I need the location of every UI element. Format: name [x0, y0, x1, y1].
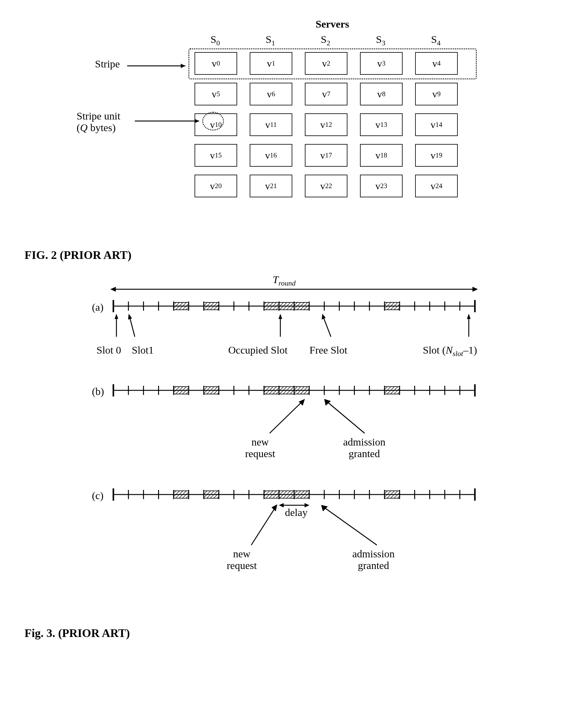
stripe-cell: v13	[360, 113, 403, 136]
svg-marker-6	[472, 287, 478, 292]
stripe-label: Stripe	[95, 58, 120, 70]
stripe-unit-label: Stripe unit (Q bytes)	[77, 110, 120, 134]
stripe-cell: v1	[250, 52, 292, 75]
svg-rect-94	[384, 491, 400, 498]
col-header: S2	[305, 34, 346, 47]
col-header: S3	[360, 34, 401, 47]
svg-rect-52	[174, 387, 189, 394]
stripe-cell: v11	[250, 113, 292, 136]
stripe-cell: v15	[195, 144, 237, 167]
col-header: S0	[195, 34, 236, 47]
svg-rect-54	[264, 387, 279, 394]
svg-line-125	[323, 507, 377, 545]
stripe-cell: v0	[195, 52, 237, 75]
svg-marker-49	[467, 314, 470, 319]
svg-line-42	[129, 317, 135, 337]
stripe-cell: v19	[415, 144, 458, 167]
svg-marker-5	[110, 287, 116, 292]
svg-rect-12	[279, 302, 294, 310]
stripe-cell: v5	[195, 83, 237, 106]
fig3-diagram: Tround (a) Slot 0 Slot1 Occupied Slot Fr…	[25, 274, 551, 611]
servers-title: Servers	[316, 19, 349, 30]
stripe-cell: v17	[305, 144, 347, 167]
row-c-label: (c)	[92, 490, 104, 501]
svg-marker-41	[115, 314, 118, 319]
slot1-label: Slot1	[132, 344, 154, 356]
svg-marker-126	[321, 505, 328, 512]
svg-marker-43	[128, 314, 132, 320]
stripe-cell: v20	[195, 175, 237, 197]
svg-rect-9	[174, 302, 189, 310]
svg-rect-89	[174, 491, 189, 498]
svg-rect-91	[264, 491, 279, 498]
stripe-cell: v18	[360, 144, 403, 167]
svg-rect-14	[384, 302, 400, 310]
svg-rect-56	[294, 387, 309, 394]
stripe-cell: v3	[360, 52, 403, 75]
last-slot-label: Slot (Nslot–1)	[423, 344, 477, 358]
stripe-cell: v22	[305, 175, 347, 197]
slot0-label: Slot 0	[96, 344, 121, 356]
admgrant-c-label: admission granted	[352, 548, 395, 572]
stripe-cell: v14	[415, 113, 458, 136]
fig3-caption: Fig. 3. (PRIOR ART)	[25, 626, 551, 640]
svg-rect-13	[294, 302, 309, 310]
svg-line-123	[251, 507, 276, 545]
admgrant-b-label: admission granted	[343, 436, 385, 460]
stripe-cell: v12	[305, 113, 347, 136]
svg-rect-90	[204, 491, 219, 498]
svg-line-46	[323, 317, 331, 337]
stripe-cell: v4	[415, 52, 458, 75]
svg-line-85	[326, 401, 365, 433]
timeline-c	[110, 487, 478, 502]
svg-rect-93	[294, 491, 309, 498]
stripe-cell: v8	[360, 83, 403, 106]
svg-marker-124	[271, 504, 277, 512]
svg-line-83	[269, 401, 303, 433]
newreq-b-label: new request	[245, 436, 275, 460]
stripe-cell: v6	[250, 83, 292, 106]
stripe-cell: v16	[250, 144, 292, 167]
stripe-cell: v24	[415, 175, 458, 197]
free-label: Free Slot	[310, 344, 347, 356]
row-a-label: (a)	[92, 301, 104, 313]
svg-rect-55	[279, 387, 294, 394]
stripe-unit-circle	[202, 112, 224, 130]
svg-marker-45	[279, 314, 282, 319]
stripe-cell: v7	[305, 83, 347, 106]
timeline-a	[110, 298, 478, 314]
stripe-cell: v9	[415, 83, 458, 106]
fig2-caption: FIG. 2 (PRIOR ART)	[25, 248, 551, 262]
svg-rect-11	[264, 302, 279, 310]
svg-marker-3	[195, 119, 199, 123]
stripe-cell: v23	[360, 175, 403, 197]
stripe-cell: v21	[250, 175, 292, 197]
timeline-b	[110, 383, 478, 398]
stripe-cell: v2	[305, 52, 347, 75]
newreq-c-label: new request	[227, 548, 257, 572]
svg-marker-1	[181, 64, 185, 68]
fig2-diagram: Servers S0S1S2S3S4v0v1v2v3v4v5v6v7v8v9v1…	[25, 19, 551, 233]
svg-rect-57	[384, 387, 400, 394]
col-header: S1	[250, 34, 291, 47]
svg-rect-92	[279, 491, 294, 498]
col-header: S4	[415, 34, 457, 47]
svg-rect-10	[204, 302, 219, 310]
occupied-label: Occupied Slot	[228, 344, 288, 356]
svg-rect-53	[204, 387, 219, 394]
row-b-label: (b)	[92, 386, 104, 398]
